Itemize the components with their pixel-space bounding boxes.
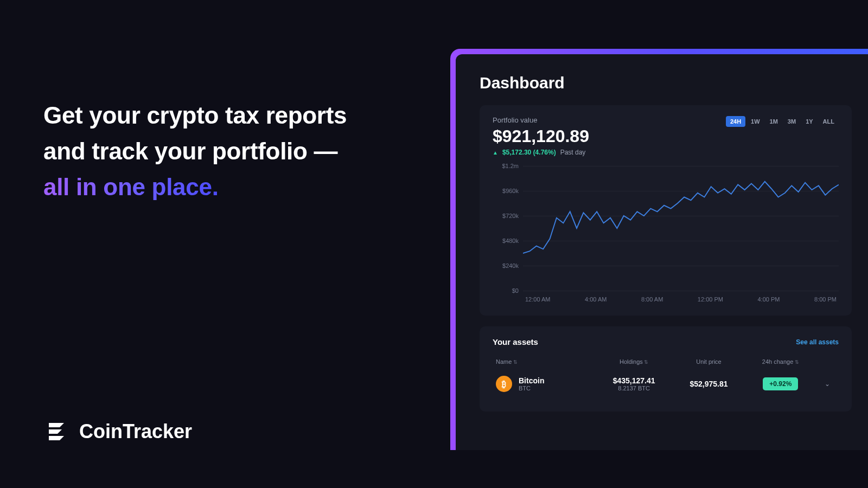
hero-line2: and track your portfolio — xyxy=(43,138,337,164)
portfolio-change-period: Past day xyxy=(560,149,586,156)
up-arrow-icon: ▲ xyxy=(493,150,498,156)
y-tick: $240k xyxy=(494,262,519,269)
col-change[interactable]: 24h change xyxy=(748,358,814,365)
unit-price: $52,975.81 xyxy=(675,380,742,388)
asset-row[interactable]: ₿BitcoinBTC$435,127.418.2137 BTC$52,975.… xyxy=(493,369,839,399)
hero-line1: Get your crypto tax reports xyxy=(43,102,347,129)
brand-logo-icon xyxy=(43,419,69,445)
holdings-qty: 8.2137 BTC xyxy=(598,385,670,391)
range-tab-1w[interactable]: 1W xyxy=(746,116,764,127)
y-tick: $960k xyxy=(494,188,519,194)
y-tick: $480k xyxy=(494,237,519,244)
y-tick: $720k xyxy=(494,213,519,219)
range-tab-24h[interactable]: 24H xyxy=(726,116,745,127)
brand: CoinTracker xyxy=(43,419,192,445)
x-tick: 4:00 PM xyxy=(757,296,780,303)
hero-accent: all in one place. xyxy=(43,174,219,200)
hero-headline: Get your crypto tax reports and track yo… xyxy=(43,98,412,205)
x-tick: 12:00 PM xyxy=(698,296,723,303)
portfolio-card: Portfolio value $921,120.89 ▲ $5,172.30 … xyxy=(480,105,852,316)
y-tick: $0 xyxy=(494,287,519,294)
col-unit-price: Unit price xyxy=(675,358,742,365)
col-name[interactable]: Name xyxy=(496,358,592,365)
col-holdings[interactable]: Holdings xyxy=(598,358,670,365)
portfolio-value: $921,120.89 xyxy=(493,126,589,146)
x-tick: 8:00 PM xyxy=(814,296,837,303)
range-tab-3m[interactable]: 3M xyxy=(783,116,800,127)
portfolio-change: ▲ $5,172.30 (4.76%) Past day xyxy=(493,149,589,156)
x-tick: 8:00 AM xyxy=(641,296,663,303)
x-tick: 12:00 AM xyxy=(525,296,550,303)
dashboard-panel: Dashboard Portfolio value $921,120.89 ▲ … xyxy=(456,54,868,450)
assets-title: Your assets xyxy=(493,337,538,346)
bitcoin-icon: ₿ xyxy=(496,376,512,392)
holdings-usd: $435,127.41 xyxy=(598,376,670,385)
asset-symbol: BTC xyxy=(519,385,544,391)
range-tab-1y[interactable]: 1Y xyxy=(801,116,817,127)
range-tab-all[interactable]: ALL xyxy=(819,116,839,127)
assets-card: Your assets See all assets Name Holdings… xyxy=(480,326,852,412)
portfolio-change-value: $5,172.30 (4.76%) xyxy=(502,149,556,156)
assets-table-header: Name Holdings Unit price 24h change xyxy=(493,354,839,369)
x-tick: 4:00 AM xyxy=(585,296,607,303)
dashboard-title: Dashboard xyxy=(480,74,852,92)
dashboard-frame: Dashboard Portfolio value $921,120.89 ▲ … xyxy=(450,49,868,450)
see-all-assets-link[interactable]: See all assets xyxy=(796,338,839,346)
chart-x-axis: 12:00 AM4:00 AM8:00 AM12:00 PM4:00 PM8:0… xyxy=(493,296,839,303)
y-tick: $1.2m xyxy=(494,163,519,169)
expand-row-button[interactable]: ⌄ xyxy=(819,380,835,388)
portfolio-chart: $0$240k$480k$720k$960k$1.2m xyxy=(493,166,839,291)
portfolio-value-label: Portfolio value xyxy=(493,116,589,124)
brand-name: CoinTracker xyxy=(79,420,192,443)
range-tabs: 24H1W1M3M1YALL xyxy=(726,116,839,127)
change-badge: +0.92% xyxy=(763,377,798,390)
asset-name: Bitcoin xyxy=(519,376,544,385)
range-tab-1m[interactable]: 1M xyxy=(765,116,782,127)
